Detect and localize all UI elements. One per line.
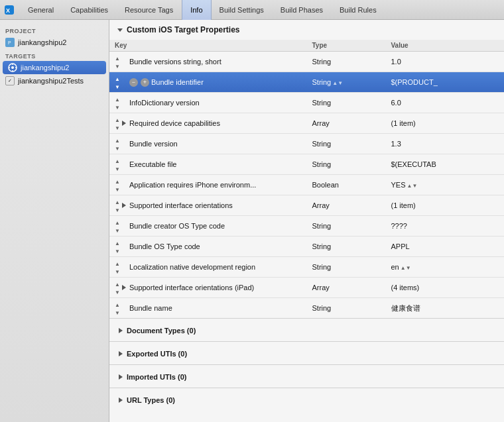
- sidebar-item-project[interactable]: P jiankangshipu2: [0, 36, 109, 49]
- table-row[interactable]: ▲▼Localization native development region…: [109, 257, 504, 278]
- tab-build-settings[interactable]: Build Settings: [212, 0, 273, 20]
- row-stepper-arrows[interactable]: ▲▼: [115, 197, 120, 213]
- expand-triangle[interactable]: [122, 285, 126, 290]
- sidebar-item-target-tests[interactable]: ✓ jiankangshipu2Tests: [0, 74, 109, 87]
- value-stepper[interactable]: ▲▼: [401, 265, 411, 271]
- table-row[interactable]: ▲▼−+Bundle identifierString▲▼$(PRODUCT_: [109, 72, 504, 93]
- value-cell: (1 item): [386, 195, 505, 216]
- key-cell: ▲▼Localization native development region: [109, 257, 307, 278]
- table-row[interactable]: ▲▼Required device capabilitiesArray(1 it…: [109, 113, 504, 134]
- value-cell: (4 items): [386, 278, 505, 298]
- key-text: Executable file: [129, 160, 177, 168]
- sidebar-item-target-app[interactable]: jiankangshipu2: [3, 61, 106, 74]
- row-action-plus[interactable]: +: [141, 78, 149, 87]
- type-cell: String: [307, 298, 386, 319]
- tab-build-rules[interactable]: Build Rules: [332, 0, 385, 20]
- row-stepper-arrows[interactable]: ▲▼: [115, 115, 120, 131]
- table-row[interactable]: ▲▼Application requires iPhone environm..…: [109, 175, 504, 195]
- table-row[interactable]: ▲▼Executable fileString$(EXECUTAB: [109, 154, 504, 175]
- collapsible-header-0[interactable]: Document Types (0): [109, 324, 504, 337]
- content-area: Custom iOS Target Properties Key Type Va…: [109, 20, 504, 422]
- expand-triangle[interactable]: [122, 121, 126, 126]
- target-app-icon: [8, 63, 17, 72]
- value-stepper[interactable]: ▲▼: [407, 183, 418, 189]
- key-cell: ▲▼−+Bundle identifier: [109, 72, 307, 93]
- collapsible-section-0: Document Types (0): [109, 318, 504, 341]
- key-cell: ▲▼Bundle versions string, short: [109, 52, 307, 72]
- value-cell: en▲▼: [386, 257, 505, 278]
- key-text: Bundle creator OS Type code: [129, 222, 225, 230]
- sidebar: PROJECT P jiankangshipu2 TARGETS: [0, 20, 109, 422]
- collapse-triangle[interactable]: [119, 397, 123, 403]
- type-stepper[interactable]: ▲▼: [332, 80, 343, 86]
- section-title: Custom iOS Target Properties: [127, 25, 239, 34]
- section-toggle-triangle[interactable]: [117, 28, 123, 32]
- collapsible-header-1[interactable]: Exported UTIs (0): [109, 347, 504, 360]
- key-text: Required device capabilities: [129, 119, 220, 127]
- table-row[interactable]: ▲▼Bundle OS Type codeStringAPPL: [109, 237, 504, 257]
- table-row[interactable]: ▲▼Supported interface orientations (iPad…: [109, 278, 504, 298]
- table-row[interactable]: ▲▼Bundle nameString健康食谱: [109, 298, 504, 319]
- tab-general[interactable]: General: [20, 0, 62, 20]
- value-cell: 1.0: [386, 52, 505, 72]
- value-cell: $(EXECUTAB: [386, 154, 505, 175]
- collapse-triangle[interactable]: [119, 328, 123, 333]
- key-text: Localization native development region: [129, 263, 255, 271]
- main-area: PROJECT P jiankangshipu2 TARGETS: [0, 20, 504, 422]
- table-row[interactable]: ▲▼Bundle versions string, shortString1.0: [109, 52, 504, 72]
- row-stepper-arrows[interactable]: ▲▼: [115, 177, 120, 193]
- targets-section-label: TARGETS: [0, 49, 109, 61]
- svg-point-5: [11, 66, 14, 69]
- table-row[interactable]: ▲▼InfoDictionary versionString6.0: [109, 93, 504, 113]
- key-text: Bundle version: [129, 140, 178, 148]
- collapsible-section-3: URL Types (0): [109, 388, 504, 411]
- type-cell: Array: [307, 195, 386, 216]
- tab-capabilities[interactable]: Capabilities: [62, 0, 117, 20]
- type-cell: Array: [307, 113, 386, 134]
- key-text: Supported interface orientations: [129, 201, 233, 209]
- value-cell: ????: [386, 216, 505, 237]
- collapsible-header-2[interactable]: Imported UTIs (0): [109, 370, 504, 384]
- collapse-triangle[interactable]: [119, 374, 123, 380]
- row-stepper-arrows[interactable]: ▲▼: [115, 218, 120, 234]
- key-text: Application requires iPhone environm...: [129, 181, 256, 189]
- value-cell: 1.3: [386, 134, 505, 154]
- collapsible-section-1: Exported UTIs (0): [109, 341, 504, 364]
- row-stepper-arrows[interactable]: ▲▼: [115, 280, 120, 295]
- row-action-minus[interactable]: −: [129, 78, 138, 87]
- property-table: Key Type Value ▲▼Bundle versions string,…: [109, 40, 504, 318]
- row-stepper-arrows[interactable]: ▲▼: [115, 259, 120, 275]
- collapsible-header-3[interactable]: URL Types (0): [109, 394, 504, 407]
- key-cell: ▲▼Supported interface orientations: [109, 195, 307, 216]
- tab-info[interactable]: Info: [182, 0, 211, 20]
- row-stepper-arrows[interactable]: ▲▼: [115, 95, 120, 111]
- row-stepper-arrows[interactable]: ▲▼: [115, 238, 120, 254]
- expand-triangle[interactable]: [122, 203, 126, 208]
- type-cell: String: [307, 237, 386, 257]
- value-cell: APPL: [386, 237, 505, 257]
- key-cell: ▲▼Required device capabilities: [109, 113, 307, 134]
- table-row[interactable]: ▲▼Supported interface orientationsArray(…: [109, 195, 504, 216]
- row-stepper-arrows[interactable]: ▲▼: [115, 156, 120, 172]
- row-stepper-arrows[interactable]: ▲▼: [115, 136, 120, 152]
- project-icon: P: [5, 38, 15, 47]
- key-text: Bundle name: [129, 304, 172, 312]
- type-cell: String: [307, 154, 386, 175]
- row-stepper-arrows[interactable]: ▲▼: [115, 300, 120, 316]
- project-section-label: PROJECT: [0, 24, 109, 36]
- key-cell: ▲▼Executable file: [109, 154, 307, 175]
- type-cell: String: [307, 52, 386, 72]
- key-cell: ▲▼Supported interface orientations (iPad…: [109, 278, 307, 298]
- tab-build-phases[interactable]: Build Phases: [273, 0, 332, 20]
- type-cell: Boolean: [307, 175, 386, 195]
- table-row[interactable]: ▲▼Bundle creator OS Type codeString????: [109, 216, 504, 237]
- tab-resource-tags[interactable]: Resource Tags: [117, 0, 182, 20]
- row-stepper-arrows[interactable]: ▲▼: [115, 74, 120, 90]
- collapse-triangle[interactable]: [119, 351, 123, 356]
- col-header-key: Key: [109, 40, 307, 52]
- table-row[interactable]: ▲▼Bundle versionString1.3: [109, 134, 504, 154]
- key-text: Bundle identifier: [151, 78, 204, 86]
- key-text: Bundle OS Type code: [129, 242, 200, 250]
- value-cell: (1 item): [386, 113, 505, 134]
- row-stepper-arrows[interactable]: ▲▼: [115, 54, 120, 70]
